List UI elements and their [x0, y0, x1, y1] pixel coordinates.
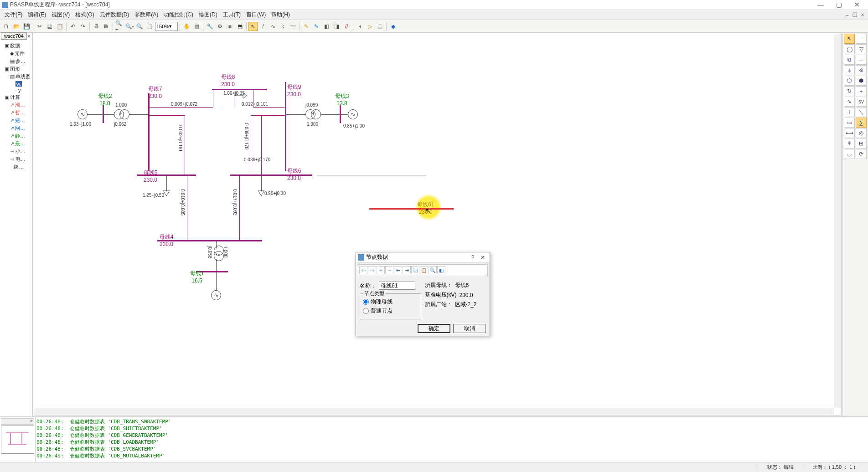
close-button[interactable]: ✕ — [848, 0, 866, 10]
canvas-hscroll[interactable] — [34, 408, 834, 415]
dlg-copy-icon[interactable]: ⿻ — [411, 266, 419, 274]
tool-e-icon[interactable]: ✎ — [302, 22, 311, 31]
menu-draw[interactable]: 绘图(D) — [196, 10, 220, 20]
bus-8[interactable] — [212, 89, 267, 90]
rtool-shunt-icon[interactable]: ⏚ — [844, 65, 855, 75]
menu-tools[interactable]: 工具(T) — [220, 10, 243, 20]
rtool-d-icon[interactable]: ＋ — [856, 86, 867, 96]
thumb-close-icon[interactable]: × — [30, 419, 33, 424]
menu-file[interactable]: 文件(F) — [2, 10, 25, 20]
tree-node-w[interactable]: w. — [1, 81, 31, 87]
menu-edit[interactable]: 编辑(E) — [25, 10, 49, 20]
menu-view[interactable]: 视图(V) — [49, 10, 72, 20]
draw-line-icon[interactable]: / — [258, 22, 268, 31]
dlg-radio-normal[interactable]: 普通节点 — [363, 307, 418, 315]
preview-icon[interactable]: 🗎 — [102, 22, 111, 31]
tree-node-component[interactable]: ◆ 元件 — [1, 50, 31, 57]
zoom-combo[interactable]: 150%▾ — [155, 22, 178, 31]
tree-leaf-4[interactable]: ↗ 网… — [1, 124, 31, 132]
tree-node-y[interactable]: ▫ y — [1, 87, 31, 93]
dlg-cancel-button[interactable]: 取消 — [453, 324, 486, 333]
dlg-paste-icon[interactable]: 📋 — [420, 266, 428, 274]
tree-leaf-3[interactable]: ↗ 短… — [1, 117, 31, 124]
cut-icon[interactable]: ✂ — [35, 22, 44, 31]
line-9-6b[interactable] — [261, 115, 262, 174]
tree-leaf-5[interactable]: ↗ 静… — [1, 132, 31, 140]
dlg-erase-icon[interactable]: ◧ — [437, 266, 445, 274]
menu-param-lib[interactable]: 参数库(A) — [132, 10, 161, 20]
select-mode-icon[interactable]: ↖ — [248, 22, 258, 31]
paste-icon[interactable]: 📋 — [55, 22, 64, 31]
rtool-react-icon[interactable]: ※ — [856, 65, 867, 75]
tool-a-icon[interactable]: 🔧 — [205, 22, 214, 31]
mdi-restore-icon[interactable]: ❐ — [851, 12, 858, 18]
zoom-in-icon[interactable]: 🔍+ — [115, 22, 124, 31]
copy-icon[interactable]: ⿻ — [45, 22, 54, 31]
bus-2[interactable] — [103, 105, 104, 123]
tree[interactable]: ▣ 数据 ◆ 元件 ▤ 参… ▣ 图形 ▤ 单线图 w. ▫ y ▣ 计算 ↗ … — [0, 33, 32, 172]
tool-j-icon[interactable]: ⫞ — [355, 22, 364, 31]
tree-leaf-9[interactable]: 继… — [1, 163, 31, 171]
zoom-fit-icon[interactable]: 🔍 — [135, 22, 144, 31]
tree-node-data[interactable]: ▣ 数据 — [1, 42, 31, 50]
rtool-line-icon[interactable]: ＼ — [856, 107, 867, 117]
rtool-j-icon[interactable]: ↟ — [844, 139, 855, 149]
tree-leaf-2[interactable]: ↗ 暂… — [1, 109, 31, 117]
menu-component-data[interactable]: 元件数据(D) — [97, 10, 132, 20]
tool-g-icon[interactable]: ◧ — [322, 22, 331, 31]
dlg-name-input[interactable] — [379, 282, 415, 290]
redo-icon[interactable]: ↷ — [78, 22, 88, 31]
dlg-next-icon[interactable]: ⇨ — [368, 266, 376, 274]
dlg-ok-button[interactable]: 确定 — [418, 324, 450, 333]
rtool-load-icon[interactable]: ▽ — [856, 44, 867, 54]
tool-h-icon[interactable]: ◨ — [332, 22, 341, 31]
gen-bus1[interactable] — [211, 290, 221, 300]
rtool-cap-icon[interactable]: ⫠ — [856, 55, 867, 65]
thumbnail[interactable] — [1, 426, 34, 454]
draw-curve-icon[interactable]: ∿ — [269, 22, 278, 31]
undo-icon[interactable]: ↶ — [68, 22, 78, 31]
rtool-a-icon[interactable]: ⬡ — [844, 76, 855, 86]
gen-bus3[interactable] — [348, 109, 358, 119]
canvas-vscroll[interactable] — [834, 34, 841, 408]
line-7-8a[interactable] — [149, 107, 213, 108]
rtool-c-icon[interactable]: ↻ — [844, 86, 855, 96]
open-icon[interactable]: 📂 — [12, 22, 21, 31]
bus-6-ext[interactable] — [317, 175, 426, 175]
tree-leaf-8[interactable]: ⊣ 电… — [1, 155, 31, 163]
rtool-l-icon[interactable]: ◡ — [844, 149, 855, 159]
rtool-bus-icon[interactable]: — — [856, 34, 867, 44]
sidebar-tab[interactable]: wscc704 — [1, 32, 27, 40]
dlg-prev-icon[interactable]: ⇦ — [359, 266, 367, 274]
pan-icon[interactable]: ✋ — [182, 22, 191, 31]
rtool-f-icon[interactable]: sv — [856, 97, 867, 107]
rtool-g-icon[interactable]: ∑ — [856, 118, 867, 128]
draw-wave-icon[interactable]: 〰 — [289, 22, 298, 31]
line-8-9b[interactable] — [253, 107, 285, 108]
dialog-help-button[interactable]: ? — [468, 254, 478, 261]
tool-d-icon[interactable]: ⬒ — [235, 22, 244, 31]
rtool-pointer-icon[interactable]: ↖ — [844, 34, 855, 44]
line-9-6a[interactable] — [251, 115, 251, 174]
bus-7[interactable] — [148, 93, 150, 171]
menu-format[interactable]: 格式(O) — [72, 10, 97, 20]
rtool-rect-icon[interactable]: ▭ — [844, 118, 855, 128]
tree-leaf-7[interactable]: ⊣ 小… — [1, 148, 31, 155]
rtool-b-icon[interactable]: ⬢ — [856, 76, 867, 86]
grid-icon[interactable]: ▦ — [192, 22, 201, 31]
tree-node-graphic[interactable]: ▣ 图形 — [1, 65, 31, 73]
tool-c-icon[interactable]: ≡ — [225, 22, 234, 31]
canvas[interactable]: 母线8230.0 母线7230.0 母线9230.0 母线218.0 母线313… — [34, 34, 842, 416]
mdi-minimize-icon[interactable]: – — [843, 12, 851, 18]
sidebar-close-icon[interactable]: × — [26, 34, 31, 39]
log-pane[interactable]: 00:26:48: 仓健临时数据表 'CDB_TRANS_SWBAKTEMP' … — [36, 417, 868, 462]
rtool-text-icon[interactable]: T — [844, 107, 855, 117]
print-icon[interactable]: 🖶 — [92, 22, 101, 31]
rtool-h-icon[interactable]: ⟷ — [844, 128, 855, 138]
tree-node-param[interactable]: ▤ 参… — [1, 57, 31, 65]
mdi-close-icon[interactable]: × — [859, 12, 866, 18]
tool-f-icon[interactable]: ✎ — [312, 22, 321, 31]
rtool-i-icon[interactable]: ◎ — [856, 128, 867, 138]
minimize-button[interactable]: — — [811, 0, 830, 10]
dlg-radio-physical[interactable]: 物理母线 — [363, 298, 418, 306]
